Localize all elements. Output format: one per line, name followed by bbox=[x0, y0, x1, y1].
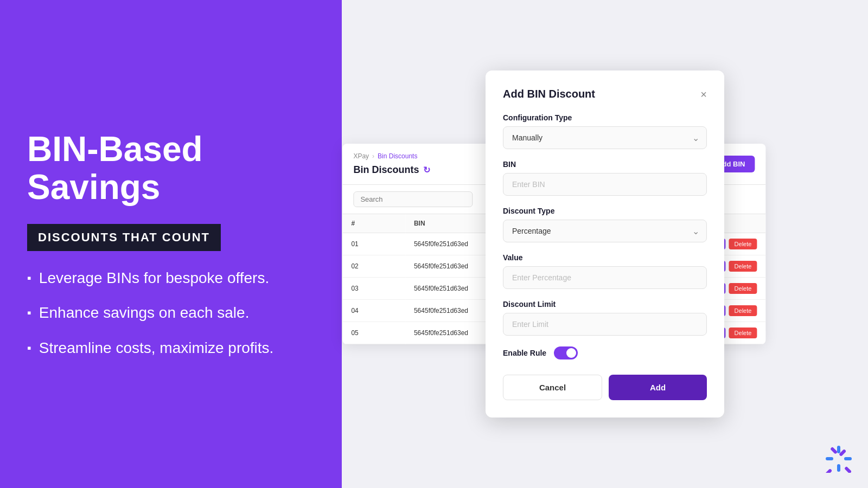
value-group: Value bbox=[503, 253, 707, 289]
bullet-item-1: Leverage BINs for bespoke offers. bbox=[27, 268, 315, 288]
value-label: Value bbox=[503, 253, 707, 262]
config-type-group: Configuration Type Manually Automatic ⌄ bbox=[503, 113, 707, 149]
discount-limit-group: Discount Limit bbox=[503, 300, 707, 336]
discount-type-group: Discount Type Percentage Fixed ⌄ bbox=[503, 207, 707, 242]
discount-type-select-wrapper: Percentage Fixed ⌄ bbox=[503, 220, 707, 242]
enable-rule-row: Enable Rule bbox=[503, 346, 707, 359]
bullet-item-2: Enhance savings on each sale. bbox=[27, 303, 315, 323]
config-type-label: Configuration Type bbox=[503, 113, 707, 122]
modal-header: Add BIN Discount × bbox=[503, 88, 707, 100]
add-bin-discount-modal: Add BIN Discount × Configuration Type Ma… bbox=[486, 70, 724, 418]
config-type-select-wrapper: Manually Automatic ⌄ bbox=[503, 126, 707, 149]
discount-limit-label: Discount Limit bbox=[503, 300, 707, 309]
cancel-button[interactable]: Cancel bbox=[503, 375, 602, 400]
right-panel: XPay › Bin Discounts Bin Discounts ↻ Add… bbox=[342, 0, 868, 488]
discount-type-select[interactable]: Percentage Fixed bbox=[503, 220, 707, 242]
bin-label: BIN bbox=[503, 160, 707, 169]
bullet-list: Leverage BINs for bespoke offers. Enhanc… bbox=[27, 268, 315, 358]
left-panel: BIN-Based Savings DISCOUNTS THAT COUNT L… bbox=[0, 0, 342, 488]
enable-rule-toggle[interactable] bbox=[554, 346, 578, 359]
close-button[interactable]: × bbox=[700, 89, 707, 100]
config-type-select[interactable]: Manually Automatic bbox=[503, 126, 707, 149]
modal-footer: Cancel Add bbox=[503, 375, 707, 400]
discount-limit-input[interactable] bbox=[503, 313, 707, 336]
modal-title: Add BIN Discount bbox=[503, 88, 595, 100]
discount-type-label: Discount Type bbox=[503, 207, 707, 215]
add-button[interactable]: Add bbox=[609, 375, 707, 400]
bin-input[interactable] bbox=[503, 173, 707, 196]
bullet-item-3: Streamline costs, maximize profits. bbox=[27, 338, 315, 358]
bin-group: BIN bbox=[503, 160, 707, 196]
main-heading: BIN-Based Savings bbox=[27, 130, 315, 207]
modal-overlay: Add BIN Discount × Configuration Type Ma… bbox=[342, 0, 868, 488]
badge-text: DISCOUNTS THAT COUNT bbox=[27, 224, 221, 251]
enable-rule-label: Enable Rule bbox=[503, 349, 546, 357]
value-input[interactable] bbox=[503, 266, 707, 289]
